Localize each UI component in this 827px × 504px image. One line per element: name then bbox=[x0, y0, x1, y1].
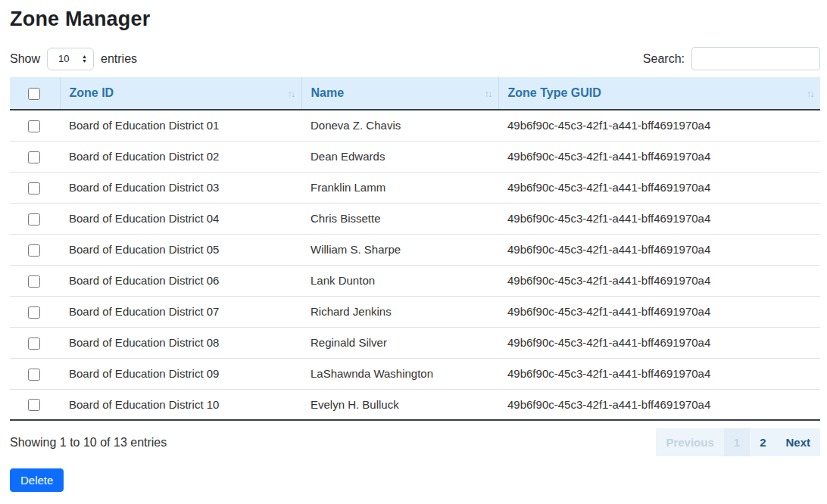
zone-id-cell: Board of Education District 09 bbox=[60, 358, 301, 389]
name-cell: Richard Jenkins bbox=[301, 296, 498, 327]
column-header-name[interactable]: Name ↑↓ bbox=[301, 77, 498, 110]
zone-id-cell: Board of Education District 03 bbox=[60, 172, 301, 203]
page-length-select[interactable]: 10 bbox=[47, 48, 94, 70]
page-1-button[interactable]: 1 bbox=[724, 428, 750, 456]
entries-info: Showing 1 to 10 of 13 entries bbox=[10, 436, 167, 450]
page-title: Zone Manager bbox=[10, 8, 820, 31]
select-all-header-cell bbox=[10, 77, 60, 110]
zone-id-cell: Board of Education District 07 bbox=[60, 296, 301, 327]
header-row: Zone ID ↑↓ Name ↑↓ Zone Type GUID ↑↓ bbox=[10, 77, 820, 110]
zone-id-cell: Board of Education District 06 bbox=[60, 265, 301, 296]
table-row: Board of Education District 06 Lank Dunt… bbox=[10, 265, 820, 296]
zone-id-cell: Board of Education District 05 bbox=[60, 234, 301, 265]
sort-icon: ↑↓ bbox=[485, 88, 492, 99]
select-all-checkbox[interactable] bbox=[28, 88, 40, 100]
table-row: Board of Education District 09 LaShawnda… bbox=[10, 358, 820, 389]
guid-cell: 49b6f90c-45c3-42f1-a441-bff4691970a4 bbox=[498, 327, 820, 358]
guid-cell: 49b6f90c-45c3-42f1-a441-bff4691970a4 bbox=[498, 389, 820, 420]
guid-cell: 49b6f90c-45c3-42f1-a441-bff4691970a4 bbox=[498, 172, 820, 203]
name-cell: Dean Edwards bbox=[301, 141, 498, 172]
page-2-button[interactable]: 2 bbox=[750, 428, 776, 456]
guid-cell: 49b6f90c-45c3-42f1-a441-bff4691970a4 bbox=[498, 141, 820, 172]
page-length-select-wrap: 10 ▲ ▼ bbox=[47, 48, 94, 70]
row-checkbox[interactable] bbox=[28, 213, 40, 226]
row-checkbox[interactable] bbox=[28, 151, 40, 163]
table-footer: Showing 1 to 10 of 13 entries Previous 1… bbox=[10, 428, 820, 456]
name-cell: LaShawnda Washington bbox=[301, 358, 498, 389]
name-cell: Chris Bissette bbox=[301, 203, 498, 234]
row-checkbox[interactable] bbox=[28, 120, 40, 132]
search-input[interactable] bbox=[691, 47, 820, 70]
pagination: Previous 1 2 Next bbox=[656, 428, 820, 456]
zone-id-cell: Board of Education District 10 bbox=[60, 389, 301, 420]
guid-cell: 49b6f90c-45c3-42f1-a441-bff4691970a4 bbox=[498, 234, 820, 265]
row-checkbox[interactable] bbox=[28, 306, 40, 319]
table-row: Board of Education District 04 Chris Bis… bbox=[10, 203, 820, 234]
table-row: Board of Education District 08 Reginald … bbox=[10, 327, 820, 358]
name-cell: Reginald Silver bbox=[301, 327, 498, 358]
column-header-zone-id[interactable]: Zone ID ↑↓ bbox=[60, 77, 301, 110]
zone-id-cell: Board of Education District 08 bbox=[60, 327, 301, 358]
row-checkbox[interactable] bbox=[28, 338, 40, 350]
name-cell: Evelyn H. Bulluck bbox=[301, 389, 498, 420]
table-controls: Show 10 ▲ ▼ entries Search: bbox=[10, 47, 820, 70]
table-row: Board of Education District 02 Dean Edwa… bbox=[10, 141, 820, 172]
search-label: Search: bbox=[643, 52, 685, 66]
row-checkbox[interactable] bbox=[28, 399, 40, 411]
guid-cell: 49b6f90c-45c3-42f1-a441-bff4691970a4 bbox=[498, 203, 820, 234]
zone-id-cell: Board of Education District 01 bbox=[60, 110, 301, 141]
zone-id-cell: Board of Education District 04 bbox=[60, 203, 301, 234]
sort-icon: ↑↓ bbox=[807, 88, 813, 99]
column-header-zone-type-guid[interactable]: Zone Type GUID ↑↓ bbox=[498, 77, 820, 110]
guid-cell: 49b6f90c-45c3-42f1-a441-bff4691970a4 bbox=[498, 110, 820, 141]
entries-label: entries bbox=[101, 52, 137, 66]
row-checkbox[interactable] bbox=[28, 182, 40, 194]
guid-cell: 49b6f90c-45c3-42f1-a441-bff4691970a4 bbox=[498, 358, 820, 389]
name-cell: Franklin Lamm bbox=[301, 172, 498, 203]
row-checkbox[interactable] bbox=[28, 244, 40, 257]
next-button[interactable]: Next bbox=[776, 428, 820, 456]
zones-table: Zone ID ↑↓ Name ↑↓ Zone Type GUID ↑↓ Boa… bbox=[10, 77, 820, 421]
zone-id-cell: Board of Education District 02 bbox=[60, 141, 301, 172]
row-checkbox[interactable] bbox=[28, 275, 40, 288]
show-label: Show bbox=[10, 52, 40, 66]
guid-cell: 49b6f90c-45c3-42f1-a441-bff4691970a4 bbox=[498, 296, 820, 327]
table-row: Board of Education District 03 Franklin … bbox=[10, 172, 820, 203]
row-checkbox[interactable] bbox=[28, 369, 40, 381]
table-row: Board of Education District 01 Doneva Z.… bbox=[10, 110, 820, 141]
name-cell: Doneva Z. Chavis bbox=[301, 110, 498, 141]
table-row: Board of Education District 05 William S… bbox=[10, 234, 820, 265]
name-cell: Lank Dunton bbox=[301, 265, 498, 296]
table-row: Board of Education District 10 Evelyn H.… bbox=[10, 389, 820, 420]
table-row: Board of Education District 07 Richard J… bbox=[10, 296, 820, 327]
name-cell: William S. Sharpe bbox=[301, 234, 498, 265]
previous-button[interactable]: Previous bbox=[656, 428, 723, 456]
sort-icon: ↑↓ bbox=[288, 88, 295, 99]
delete-button[interactable]: Delete bbox=[10, 468, 64, 492]
guid-cell: 49b6f90c-45c3-42f1-a441-bff4691970a4 bbox=[498, 265, 820, 296]
